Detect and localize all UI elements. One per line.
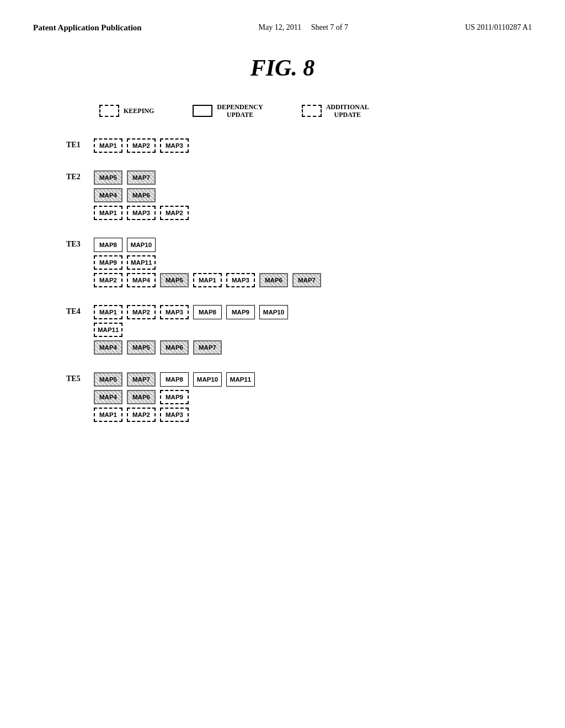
map-text-map5: MAP5	[99, 174, 117, 181]
map-box-map2-te2: MAP2	[160, 206, 189, 220]
map-box-map1-te4: MAP1	[94, 305, 122, 319]
te-row-te3: TE3MAP8MAP10MAP9MAP11MAP2MAP4MAP5MAP1MAP…	[66, 238, 532, 287]
map-text-map2: MAP2	[166, 210, 183, 216]
map-box-map3-te1: MAP3	[160, 138, 189, 153]
map-text-map3: MAP3	[166, 142, 183, 149]
map-text-map1: MAP1	[99, 411, 117, 418]
te-line-te4-0: MAP1MAP2MAP3MAP8MAP9MAP10	[94, 305, 288, 319]
map-box-map3-te2: MAP3	[127, 206, 156, 220]
legend-additional: ADDITIONALUPDATE	[302, 103, 369, 119]
map-text-map3: MAP3	[232, 277, 249, 283]
map-box-map10-te4: MAP10	[259, 305, 288, 319]
map-text-map2: MAP2	[132, 142, 150, 149]
legend-dependency-box	[193, 105, 212, 117]
map-text-map11: MAP11	[230, 376, 251, 383]
map-text-map6: MAP6	[132, 192, 150, 199]
map-text-map5: MAP5	[166, 277, 183, 283]
map-text-map3: MAP3	[166, 309, 183, 315]
map-text-map5: MAP5	[132, 344, 150, 351]
map-text-map11: MAP11	[98, 326, 119, 333]
te-line-te4-1: MAP11	[94, 323, 288, 337]
map-text-map5: MAP5	[99, 376, 117, 383]
map-box-map5-te3: MAP5	[160, 273, 189, 287]
map-box-map6-te3: MAP6	[259, 273, 288, 287]
map-box-map2-te3: MAP2	[94, 273, 122, 287]
header-date-sheet: May 12, 2011 Sheet 7 of 7	[259, 22, 348, 33]
map-box-map10-te3: MAP10	[127, 238, 156, 252]
map-text-map7: MAP7	[298, 277, 316, 283]
te-content-te4: MAP1MAP2MAP3MAP8MAP9MAP10MAP11MAP4MAP5MA…	[94, 305, 288, 355]
map-text-map1: MAP1	[99, 309, 117, 315]
main-content: TE1MAP1MAP2MAP3TE2MAP5MAP7MAP4MAP6MAP1MA…	[66, 138, 532, 440]
legend: KEEPING DEPENDENCYUPDATE ADDITIONALUPDAT…	[99, 103, 532, 119]
map-box-map3-te5: MAP3	[160, 408, 189, 422]
te-row-te1: TE1MAP1MAP2MAP3	[66, 138, 532, 153]
te-content-te2: MAP5MAP7MAP4MAP6MAP1MAP3MAP2	[94, 170, 189, 220]
map-box-map2-te5: MAP2	[127, 408, 156, 422]
map-box-map9-te5: MAP9	[160, 390, 189, 404]
header-patent-number: US 2011/0110287 A1	[465, 22, 532, 33]
te-label-te3: TE3	[66, 238, 94, 249]
map-box-map4-te5: MAP4	[94, 390, 122, 404]
legend-keeping: KEEPING	[99, 105, 154, 117]
map-box-map7-te5: MAP7	[127, 372, 156, 387]
map-text-map8: MAP8	[199, 309, 216, 315]
map-box-map6-te2: MAP6	[127, 188, 156, 202]
map-box-map1-te5: MAP1	[94, 408, 122, 422]
te-label-te2: TE2	[66, 170, 94, 181]
te-line-te2-0: MAP5MAP7	[94, 170, 189, 185]
te-content-te3: MAP8MAP10MAP9MAP11MAP2MAP4MAP5MAP1MAP3MA…	[94, 238, 321, 287]
map-text-map10: MAP10	[131, 242, 152, 248]
map-text-map7: MAP7	[132, 376, 150, 383]
map-text-map4: MAP4	[99, 394, 117, 400]
te-row-te5: TE5MAP5MAP7MAP8MAP10MAP11MAP4MAP6MAP9MAP…	[66, 372, 532, 422]
te-line-te1-0: MAP1MAP2MAP3	[94, 138, 189, 153]
map-text-map1: MAP1	[99, 142, 117, 149]
legend-dependency: DEPENDENCYUPDATE	[193, 103, 263, 119]
map-box-map9-te3: MAP9	[94, 255, 122, 270]
legend-keeping-box	[99, 105, 119, 117]
map-text-map8: MAP8	[99, 242, 117, 248]
te-row-te4: TE4MAP1MAP2MAP3MAP8MAP9MAP10MAP11MAP4MAP…	[66, 305, 532, 355]
map-box-map7-te2: MAP7	[127, 170, 156, 185]
map-text-map4: MAP4	[132, 277, 150, 283]
map-text-map2: MAP2	[99, 277, 117, 283]
map-text-map7: MAP7	[199, 344, 216, 351]
map-box-map4-te3: MAP4	[127, 273, 156, 287]
figure-title: FIG. 8	[33, 55, 532, 81]
map-box-map7-te4: MAP7	[193, 340, 222, 355]
map-box-map11-te4: MAP11	[94, 323, 122, 337]
te-line-te2-2: MAP1MAP3MAP2	[94, 206, 189, 220]
map-text-map3: MAP3	[132, 210, 150, 216]
te-line-te4-2: MAP4MAP5MAP6MAP7	[94, 340, 288, 355]
map-text-map8: MAP8	[166, 376, 183, 383]
map-box-map9-te4: MAP9	[226, 305, 255, 319]
map-box-map1-te1: MAP1	[94, 138, 122, 153]
map-text-map9: MAP9	[166, 394, 183, 400]
map-box-map3-te4: MAP3	[160, 305, 189, 319]
map-text-map9: MAP9	[99, 259, 117, 266]
te-content-te5: MAP5MAP7MAP8MAP10MAP11MAP4MAP6MAP9MAP1MA…	[94, 372, 255, 422]
te-content-te1: MAP1MAP2MAP3	[94, 138, 189, 153]
map-text-map2: MAP2	[132, 411, 150, 418]
te-label-te5: TE5	[66, 372, 94, 383]
page: Patent Application Publication May 12, 2…	[0, 0, 565, 728]
map-box-map11-te3: MAP11	[127, 255, 156, 270]
te-row-te2: TE2MAP5MAP7MAP4MAP6MAP1MAP3MAP2	[66, 170, 532, 220]
map-box-map2-te1: MAP2	[127, 138, 156, 153]
legend-keeping-label: KEEPING	[124, 107, 154, 115]
legend-additional-label: ADDITIONALUPDATE	[326, 103, 369, 119]
te-line-te3-1: MAP9MAP11	[94, 255, 321, 270]
te-label-te4: TE4	[66, 305, 94, 316]
map-box-map8-te4: MAP8	[193, 305, 222, 319]
te-line-te5-2: MAP1MAP2MAP3	[94, 408, 255, 422]
map-text-map6: MAP6	[265, 277, 282, 283]
page-header: Patent Application Publication May 12, 2…	[33, 22, 532, 38]
te-line-te5-0: MAP5MAP7MAP8MAP10MAP11	[94, 372, 255, 387]
map-box-map5-te4: MAP5	[127, 340, 156, 355]
map-box-map7-te3: MAP7	[292, 273, 321, 287]
map-text-map1: MAP1	[99, 210, 117, 216]
map-text-map7: MAP7	[132, 174, 150, 181]
map-box-map1-te2: MAP1	[94, 206, 122, 220]
te-line-te3-2: MAP2MAP4MAP5MAP1MAP3MAP6MAP7	[94, 273, 321, 287]
